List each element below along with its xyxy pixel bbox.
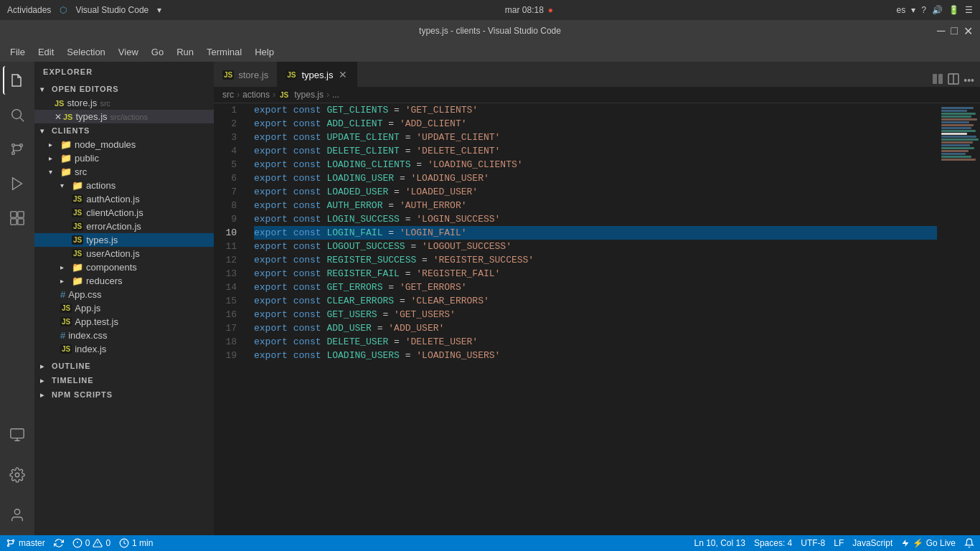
svg-marker-26 — [903, 540, 909, 547]
app-dropdown-icon[interactable]: ▾ — [157, 5, 161, 15]
menu-icon[interactable]: ☰ — [965, 5, 973, 15]
errors-warnings[interactable]: 0 0 — [72, 538, 110, 548]
breadcrumb-src[interactable]: src — [222, 90, 234, 100]
menu-terminal[interactable]: Terminal — [201, 45, 248, 59]
volume-icon[interactable]: 🔊 — [932, 5, 943, 15]
actions-chevron — [60, 182, 72, 189]
menu-file[interactable]: File — [4, 45, 31, 59]
outline-section[interactable]: OUTLINE — [34, 359, 214, 373]
open-editors-header[interactable]: OPEN EDITORS — [34, 82, 214, 96]
hash-icon: # — [60, 330, 65, 341]
code-editor[interactable]: 12345 678910 1112131415 16171819 export … — [214, 103, 980, 535]
app-name-label[interactable]: Visual Studio Code — [75, 5, 149, 15]
src-folder[interactable]: 📁 src — [34, 165, 214, 179]
win-maximize-btn[interactable]: □ — [951, 24, 958, 38]
go-live-btn[interactable]: ⚡ Go Live — [901, 538, 956, 548]
public-folder[interactable]: 📁 public — [34, 151, 214, 165]
actions-folder[interactable]: 📁 actions — [34, 179, 214, 192]
lang-dropdown-icon[interactable]: ▾ — [911, 5, 915, 15]
npm-scripts-section[interactable]: NPM SCRIPTS — [34, 387, 214, 402]
open-editors-chevron — [40, 85, 52, 93]
tab-types-js[interactable]: JS types.js ✕ — [277, 62, 357, 87]
types-js-file[interactable]: JS types.js — [34, 233, 214, 247]
remote-icon[interactable] — [3, 420, 32, 449]
index-js-file[interactable]: JS index.js — [34, 342, 214, 356]
code-line-14: export const GET_ERRORS = 'GET_ERRORS' — [254, 281, 937, 294]
menu-edit[interactable]: Edit — [32, 45, 60, 59]
npm-scripts-label: NPM SCRIPTS — [52, 390, 113, 399]
dot-icon: ● — [548, 5, 553, 15]
cursor-position[interactable]: Ln 10, Col 13 — [694, 538, 745, 548]
error-action-label: errorAction.js — [86, 221, 141, 232]
lang-label[interactable]: es — [897, 5, 906, 15]
code-line-1: export const GET_CLIENTS = 'GET_CLIENTS' — [254, 103, 937, 117]
app-test-file[interactable]: JS App.test.js — [34, 315, 214, 329]
notifications-icon[interactable] — [964, 538, 974, 548]
folder-icon: 📁 — [72, 180, 83, 191]
battery-icon: 🔋 — [948, 5, 959, 15]
branch-indicator[interactable]: master — [6, 538, 45, 548]
tab-close-btn[interactable]: ✕ — [337, 69, 349, 80]
open-editor-types-js[interactable]: ✕ JS types.js src/actions — [34, 110, 214, 123]
eol[interactable]: LF — [834, 538, 844, 548]
search-icon[interactable] — [3, 100, 32, 129]
more-actions-icon[interactable]: ••• — [963, 75, 974, 86]
win-minimize-btn[interactable]: ─ — [937, 24, 945, 38]
types-js-file-label: types.js — [86, 235, 118, 245]
store-js-path: src — [100, 99, 110, 108]
js-icon: JS — [72, 194, 83, 204]
win-close-btn[interactable]: ✕ — [963, 24, 973, 38]
accounts-icon[interactable] — [3, 501, 32, 529]
app-js-label: App.js — [75, 303, 100, 314]
minimap[interactable] — [937, 103, 980, 535]
layout-icon[interactable] — [948, 73, 959, 87]
open-editor-store-js[interactable]: JS store.js src — [34, 96, 214, 110]
breadcrumb-actions[interactable]: actions — [242, 90, 270, 100]
menu-selection[interactable]: Selection — [61, 45, 110, 59]
activities-label[interactable]: Actividades — [7, 5, 51, 15]
extensions-icon[interactable] — [3, 204, 32, 232]
clients-folder-header[interactable]: CLIENTS — [34, 123, 214, 138]
split-editor-icon[interactable] — [932, 73, 943, 87]
breadcrumb-js-icon: JS — [278, 90, 290, 100]
indentation[interactable]: Spaces: 4 — [754, 538, 792, 548]
clients-label: CLIENTS — [52, 126, 90, 135]
clients-chevron — [40, 127, 52, 135]
components-folder[interactable]: 📁 components — [34, 260, 214, 274]
client-action-file[interactable]: JS clientAction.js — [34, 206, 214, 220]
language-mode[interactable]: JavaScript — [852, 538, 892, 548]
user-action-file[interactable]: JS userAction.js — [34, 247, 214, 260]
help-icon[interactable]: ? — [921, 5, 926, 15]
code-content[interactable]: export const GET_CLIENTS = 'GET_CLIENTS'… — [245, 103, 937, 535]
breadcrumb-types-js[interactable]: types.js — [294, 90, 324, 100]
reducers-folder[interactable]: 📁 reducers — [34, 274, 214, 288]
breadcrumb-sep-3: › — [326, 90, 329, 100]
js-icon: JS — [72, 208, 83, 217]
sync-icon[interactable] — [54, 538, 64, 548]
app-css-file[interactable]: # App.css — [34, 288, 214, 301]
index-css-file[interactable]: # index.css — [34, 329, 214, 342]
menu-run[interactable]: Run — [171, 45, 199, 59]
timeline-section[interactable]: TIMELINE — [34, 373, 214, 387]
run-debug-icon[interactable] — [3, 169, 32, 198]
tabs-bar: JS store.js JS types.js ✕ ••• — [214, 62, 980, 87]
svg-rect-10 — [11, 429, 24, 438]
source-control-icon[interactable] — [3, 135, 32, 164]
time-indicator[interactable]: 1 min — [119, 538, 153, 548]
menu-go[interactable]: Go — [146, 45, 169, 59]
types-js-path: src/actions — [110, 113, 149, 121]
files-icon[interactable] — [3, 66, 32, 95]
svg-point-4 — [12, 152, 15, 155]
menu-view[interactable]: View — [113, 45, 144, 59]
error-action-file[interactable]: JS errorAction.js — [34, 220, 214, 233]
tab-store-js[interactable]: JS store.js — [214, 62, 277, 87]
settings-icon[interactable] — [3, 461, 32, 489]
app-js-file[interactable]: JS App.js — [34, 301, 214, 315]
js-tab-icon: JS — [286, 70, 297, 80]
encoding[interactable]: UTF-8 — [801, 538, 825, 548]
node-modules-folder[interactable]: 📁 node_modules — [34, 138, 214, 151]
close-icon[interactable]: ✕ — [55, 112, 62, 122]
menu-help[interactable]: Help — [249, 45, 280, 59]
auth-action-file[interactable]: JS authAction.js — [34, 192, 214, 206]
types-js-label: types.js — [75, 111, 107, 122]
